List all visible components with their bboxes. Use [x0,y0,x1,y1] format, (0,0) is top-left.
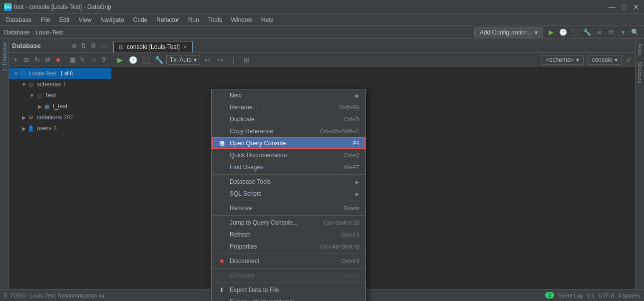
maximize-button[interactable]: □ [620,3,628,11]
cancel-query-icon[interactable]: ⬛ [140,54,151,65]
ctx-query-icon: ▦ [218,139,226,147]
ctx-disconnect[interactable]: ■ Disconnect Ctrl+F2 [212,255,365,267]
ctx-refresh-left: Refresh [218,231,251,239]
ctx-export-file[interactable]: ⬇ Export Data to File [212,284,365,296]
tree-label-schemas: schemas [37,81,61,88]
ctx-jump-left: Jump to Query Console... [218,219,298,227]
editor-content[interactable] [111,67,635,301]
close-button[interactable]: ✕ [632,3,640,11]
tree-item-t-test[interactable]: ▶ ▦ t_test [9,101,111,112]
ctx-rename[interactable]: Rename... Shift+F6 [212,101,365,113]
run-query-icon[interactable]: ▶ [114,54,125,65]
menu-run[interactable]: Run [184,15,203,24]
ctx-new-arrow: ▶ [355,93,359,98]
separator-icon: | [228,54,239,65]
ctx-refresh[interactable]: Refresh Ctrl+F5 [212,229,365,241]
event-log-badge[interactable]: 1 [545,292,554,299]
ctx-sql-scripts[interactable]: SQL Scripts ▶ [212,188,365,200]
ctx-find-usages-shortcut: Alt+F7 [343,164,359,170]
menu-file[interactable]: File [36,15,54,24]
ctx-remove[interactable]: Remove Delete [212,202,365,214]
ctx-find-usages[interactable]: Find Usages Alt+F7 [212,161,365,173]
coverage-button[interactable]: ≋ [594,27,604,37]
ctx-db-tools-label: Database Tools [230,178,271,185]
console-dropdown[interactable]: console ▾ [588,55,622,65]
filter-icon[interactable]: ⊽ [99,55,109,65]
menu-view[interactable]: View [74,15,95,24]
query-icon[interactable]: ▭ [89,55,98,65]
ctx-copy-ref-icon [218,127,226,135]
minimize-button[interactable]: — [608,3,616,11]
new-datasource-icon[interactable]: + [11,55,20,65]
database-panel-tab[interactable]: 1: Database [0,39,8,74]
ctx-rename-icon [218,103,226,111]
add-datasource-icon[interactable]: ⊕ [70,41,78,50]
layout-icon[interactable]: ⇅ [80,41,87,50]
menu-refactor[interactable]: Refactor [152,15,183,24]
redo-icon[interactable]: ↪ [215,54,226,65]
menu-window[interactable]: Window [227,15,257,24]
tree-item-schemas[interactable]: ▼ ◫ schemas 1 [9,79,111,90]
tree-label-t-test: t_test [53,103,67,110]
refresh-icon[interactable]: ↻ [32,55,41,65]
event-log-label[interactable]: Event Log [558,293,583,299]
grid-icon[interactable]: ⊞ [241,54,252,65]
add-configuration-button[interactable]: Add Configuration... ▾ [474,27,543,37]
menu-code[interactable]: Code [129,15,152,24]
ctx-jump-query[interactable]: Jump to Query Console... Ctrl+Shift+F10 [212,217,365,229]
tree-item-users[interactable]: ▶ 👤 users 5 [9,123,111,134]
close-panel-icon[interactable]: — [99,41,108,50]
copy-datasource-icon[interactable]: ⧉ [21,55,31,65]
menu-navigate[interactable]: Navigate [96,15,128,24]
sync-icon[interactable]: ⇄ [43,55,52,65]
ctx-new[interactable]: New ▶ [212,89,365,101]
ctx-quick-doc[interactable]: Quick Documentation Ctrl+Q [212,149,365,161]
ctx-db-tools-left: Database Tools [218,178,271,186]
menu-database[interactable]: Database [2,15,35,24]
tree-count-users: 5 [53,125,56,131]
ctx-export-mysqldump[interactable]: Export with 'mysqldump' [212,296,365,301]
toolbar-separator [65,56,65,64]
tab-close-icon[interactable]: ✕ [183,44,187,50]
menu-edit[interactable]: Edit [55,15,74,24]
tab-console[interactable]: ⊞ console [Louis-Test] ✕ [113,41,193,52]
stop-datasource-icon[interactable]: ■ [53,55,63,65]
files-tab[interactable]: Files [636,41,644,58]
run-button[interactable]: ▶ [546,27,556,37]
search-button[interactable]: 🔍 [630,27,640,37]
ctx-properties[interactable]: Properties Ctrl+Alt+Shift+S [212,241,365,253]
ctx-db-tools-arrow: ▶ [355,179,359,185]
ctx-db-tools[interactable]: Database Tools ▶ [212,176,365,188]
ctx-duplicate[interactable]: Duplicate Ctrl+D [212,113,365,125]
ctx-copy-ref-left: Copy Reference [218,127,273,135]
run-time-icon[interactable]: 🕐 [127,54,138,65]
tree-label-louis-test: Louis-Test [29,70,56,77]
more-button[interactable]: ▾ [618,27,628,37]
tab-bar: ⊞ console [Louis-Test] ✕ [111,39,635,53]
table-icon[interactable]: ▦ [67,55,77,65]
ctx-rename-left: Rename... [218,103,257,111]
ctx-open-query-console[interactable]: ▦ Open Query Console F4 [212,137,365,149]
menu-tools[interactable]: Tools [204,15,226,24]
tree-item-louis-test[interactable]: ▼ ⛁ Louis-Test 1 of 8 [9,68,111,79]
tree-item-test[interactable]: ▼ ◫ Test [9,90,111,101]
schema-selector: <schema> ▾ console ▾ ✓ [542,55,632,65]
ctx-copy-ref[interactable]: Copy Reference Ctrl+Alt+Shift+C [212,125,365,137]
profile-button[interactable]: ⟳ [606,27,616,37]
structure-tab[interactable]: Structure [636,58,644,87]
run-controls: ▶ 🕐 ⬛ 🔧 ≋ ⟳ ▾ 🔍 [546,27,640,37]
title-bar-left: DG test - console [Louis-Test] - DataGri… [4,3,111,11]
format-icon[interactable]: 🔧 [153,54,164,65]
tx-dropdown[interactable]: Tx: Auto ▾ [166,55,200,65]
build-button[interactable]: 🔧 [582,27,592,37]
stop-button[interactable]: ⬛ [570,27,580,37]
debug-button[interactable]: 🕐 [558,27,568,37]
settings-icon[interactable]: ⚙ [89,41,97,50]
todo-panel[interactable]: 6: TODO [4,293,26,299]
schema-dropdown[interactable]: <schema> ▾ [542,55,584,65]
undo-icon[interactable]: ↩ [202,54,213,65]
edit-icon[interactable]: ✎ [78,55,87,65]
tree-item-collations[interactable]: ▶ ⚙ collations 202 [9,112,111,123]
ctx-db-tools-icon [218,178,226,186]
menu-help[interactable]: Help [257,15,278,24]
